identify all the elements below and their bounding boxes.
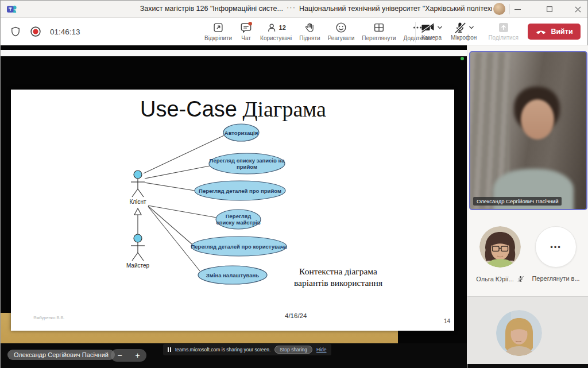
overflow-avatar-circle: ••• [535, 226, 577, 268]
sharing-notification-bar: teams.microsoft.com is sharing your scre… [163, 344, 331, 355]
react-smiley-icon [335, 21, 347, 34]
slide-date: 4/16/24 [285, 312, 307, 319]
usecase-user-details: Перегляд деталей про користувача [191, 243, 287, 250]
raise-hand-button[interactable]: Підняти [297, 20, 322, 42]
sharing-message: teams.microsoft.com is sharing your scre… [175, 347, 270, 352]
participants-icon [266, 21, 278, 34]
usecase-masters-list-line2: списку майстрів [216, 219, 260, 226]
account-avatar[interactable] [493, 3, 505, 15]
hangup-phone-icon [535, 28, 547, 35]
camera-off-icon [420, 21, 435, 34]
usecase-change-settings: Зміна налаштувань [206, 272, 259, 278]
participant-olga-name: Ольга Юрії... [476, 276, 513, 282]
unpin-icon [212, 21, 225, 34]
zoom-out-button[interactable]: − [117, 351, 122, 359]
unpin-button[interactable]: Відкріпити [203, 20, 234, 42]
microphone-chevron-icon[interactable] [469, 25, 474, 30]
usecase-view-appointments-line2: прийом [237, 164, 257, 170]
slide-zoom-controls: − + [111, 349, 146, 362]
slide-author: Ямбуренко В.В. [33, 315, 65, 320]
speaker-name-label: Олександр Сергійович Пасічний [473, 197, 562, 206]
share-screen-button: Поділитися [487, 20, 520, 42]
participant-bottom-tile[interactable] [467, 296, 588, 364]
recording-indicator-icon[interactable] [29, 25, 42, 38]
generalization-arrow [134, 208, 141, 234]
camera-button[interactable]: Камера [419, 20, 444, 42]
actor-master [131, 234, 145, 261]
security-shield-icon[interactable] [10, 25, 21, 38]
usecase-appointment-details: Перегляд деталей про прийом [199, 188, 281, 194]
usecase-masters-list-line1: Перегляд [226, 213, 252, 219]
presence-green-dot [461, 57, 464, 60]
main-area: Use-Case Діаграма Авторизація [1, 45, 588, 368]
chat-button[interactable]: Чат [238, 20, 254, 42]
react-button[interactable]: Реагувати [326, 20, 357, 42]
slide-caption-line2: варіантів використання [294, 278, 382, 288]
meeting-timer: 01:46:13 [50, 28, 80, 36]
titlebar-overflow-button[interactable]: ··· [287, 3, 296, 11]
meeting-title: Захист магістрів 126 "Інформаційні систе… [121, 5, 283, 13]
participant-overflow-tile[interactable]: ••• Переглянути в... [531, 226, 581, 282]
presentation-slide: Use-Case Діаграма Авторизація [11, 90, 454, 331]
participants-button[interactable]: 12 Користувачі [258, 20, 293, 42]
slide-page-number: 14 [444, 318, 451, 324]
view-button[interactable]: Переглянути [360, 20, 397, 42]
share-screen-icon [497, 21, 510, 34]
pause-icon[interactable] [168, 347, 171, 352]
participants-sidebar: Олександр Сергійович Пасічний [467, 45, 588, 368]
participants-count-badge: 12 [279, 24, 286, 31]
hide-link[interactable]: Hide [316, 347, 326, 352]
actor-client-label: Клієнт [129, 199, 146, 205]
participant-olga-tile[interactable]: Ольга Юрії... [475, 226, 525, 282]
use-case-diagram: Use-Case Діаграма Авторизація [11, 90, 454, 331]
slide-caption-line1: Контекстна діаграма [299, 266, 377, 276]
maximize-button[interactable] [541, 2, 558, 17]
teams-logo-icon [6, 3, 18, 15]
camera-chevron-icon[interactable] [437, 25, 443, 30]
participant-bottom-avatar [496, 310, 542, 356]
actor-master-label: Майстер [126, 262, 150, 269]
meeting-toolbar: 01:46:13 Відкріпити Чат 12 Користувачі П… [1, 18, 587, 45]
participant-olga-mic-off-icon [517, 275, 524, 282]
toolbar-device-buttons: Камера Мікрофон Поділитися Вийти [415, 20, 587, 42]
zoom-in-button[interactable]: + [135, 351, 140, 359]
usecase-view-appointments-line1: Перегляд списку записів на [210, 157, 285, 164]
microphone-off-icon [453, 21, 467, 34]
close-button[interactable] [569, 2, 586, 17]
speaker-face [521, 99, 554, 140]
teams-meeting-window: Захист магістрів 126 "Інформаційні систе… [0, 0, 588, 368]
slide-title: Use-Case Діаграма [140, 97, 326, 121]
presenter-name-pill: Олександр Сергійович Пасічний [7, 350, 115, 360]
use-case-ovals: Авторизація Перегляд списку записів на п… [191, 124, 287, 284]
organization-title: Національний технічний університет "Харк… [299, 5, 492, 13]
shared-screen-stage[interactable]: Use-Case Діаграма Авторизація [1, 45, 467, 368]
actor-client [131, 171, 145, 197]
participant-olga-avatar [479, 226, 521, 268]
toolbar-divider [415, 22, 416, 42]
usecase-authorization: Авторизація [225, 130, 258, 136]
participant-overflow-label: Переглянути в... [532, 275, 579, 282]
view-grid-icon [373, 21, 385, 34]
shared-window-top-strip [1, 50, 467, 56]
stop-sharing-button[interactable]: Stop sharing [274, 346, 312, 354]
minimize-button[interactable] [509, 2, 526, 17]
raise-hand-icon [304, 21, 316, 34]
toolbar-center-buttons: Відкріпити Чат 12 Користувачі Підняти Ре… [203, 20, 433, 42]
microphone-button[interactable]: Мікрофон [450, 20, 478, 42]
titlebar: Захист магістрів 126 "Інформаційні систе… [1, 1, 587, 18]
chat-icon [239, 21, 253, 34]
sidebar-bottom-strip [467, 364, 588, 368]
overflow-ellipsis-icon: ••• [550, 243, 562, 251]
active-speaker-video-tile[interactable]: Олександр Сергійович Пасічний [469, 51, 587, 210]
leave-button[interactable]: Вийти [528, 24, 581, 40]
